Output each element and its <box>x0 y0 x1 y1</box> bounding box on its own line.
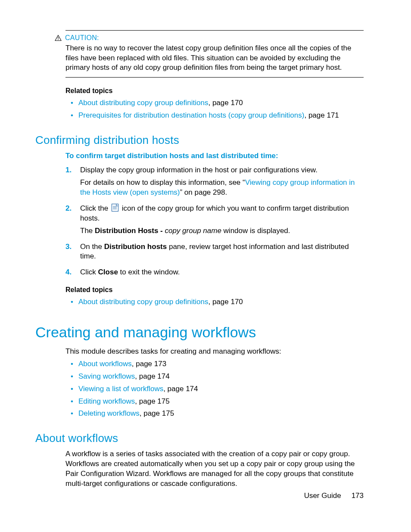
list-item: Prerequisites for distribution destinati… <box>65 111 364 121</box>
list-item: Editing workflows, page 175 <box>65 397 364 407</box>
list-item: About distributing copy group definition… <box>65 98 364 108</box>
step-text: icon of the copy group for which you wan… <box>80 204 349 222</box>
related-topics-list: About distributing copy group definition… <box>65 98 364 121</box>
step-text: For details on how to display this infor… <box>80 178 245 187</box>
link-editing-workflows[interactable]: Editing workflows <box>78 397 135 405</box>
link-about-distributing[interactable]: About distributing copy group definition… <box>78 298 208 306</box>
step-text-italic: copy group name <box>165 227 221 235</box>
step-1: Display the copy group information in th… <box>65 165 364 198</box>
list-item: About distributing copy group definition… <box>65 297 364 307</box>
caution-box: CAUTION: There is no way to recover the … <box>65 30 364 78</box>
list-item: Deleting workflows, page 175 <box>65 409 364 419</box>
heading-about-workflows: About workflows <box>35 431 364 446</box>
step-text: The <box>80 227 95 235</box>
link-deleting-workflows[interactable]: Deleting workflows <box>78 409 140 417</box>
step-text-bold: Close <box>98 268 118 276</box>
heading-creating-managing-workflows: Creating and managing workflows <box>35 323 364 342</box>
step-4: Click Close to exit the window. <box>65 268 364 277</box>
related-topics-list: About distributing copy group definition… <box>65 297 364 307</box>
step-2: Click the icon of the copy group for whi… <box>65 204 364 236</box>
document-icon <box>111 203 119 212</box>
link-about-distributing[interactable]: About distributing copy group definition… <box>78 99 208 107</box>
footer-label: User Guide <box>304 492 341 500</box>
step-text-bold: Distribution Hosts - <box>95 227 165 235</box>
link-suffix: , page 170 <box>208 298 243 306</box>
page-footer: User Guide173 <box>304 491 364 501</box>
link-suffix: , page 174 <box>163 385 198 393</box>
step-3: On the Distribution hosts pane, review t… <box>65 242 364 262</box>
step-text-bold: Distribution hosts <box>104 243 167 251</box>
link-suffix: , page 175 <box>135 397 169 405</box>
page-number: 173 <box>352 492 364 500</box>
caution-text: There is no way to recover the latest co… <box>65 44 364 73</box>
step-text: Click the <box>80 204 110 212</box>
related-topics-heading: Related topics <box>65 86 364 96</box>
procedure-subhead: To confirm target distribution hosts and… <box>65 151 364 161</box>
caution-label: CAUTION: <box>65 33 99 43</box>
section-intro: This module describes tasks for creating… <box>65 347 364 357</box>
link-suffix: , page 173 <box>132 360 166 368</box>
list-item: Saving workflows, page 174 <box>65 372 364 382</box>
link-prerequisites[interactable]: Prerequisites for distribution destinati… <box>78 111 304 119</box>
link-suffix: , page 175 <box>140 409 174 417</box>
step-text: Display the copy group information in th… <box>80 166 318 174</box>
related-topics-heading: Related topics <box>65 285 364 295</box>
step-text: to exit the window. <box>118 268 180 276</box>
svg-point-1 <box>58 39 59 40</box>
link-suffix: , page 171 <box>304 111 339 119</box>
step-text: Click <box>80 268 98 276</box>
list-item: About workflows, page 173 <box>65 359 364 369</box>
list-item: Viewing a list of workflows, page 174 <box>65 384 364 394</box>
step-text: ” on page 298. <box>180 188 227 196</box>
link-saving-workflows[interactable]: Saving workflows <box>78 372 135 380</box>
heading-confirming-distribution-hosts: Confirming distribution hosts <box>35 133 364 148</box>
workflow-topics-list: About workflows, page 173 Saving workflo… <box>65 359 364 419</box>
link-suffix: , page 174 <box>135 372 169 380</box>
paragraph: A workflow is a series of tasks associat… <box>65 449 364 489</box>
step-text: window is displayed. <box>221 227 290 235</box>
link-viewing-workflows[interactable]: Viewing a list of workflows <box>78 385 163 393</box>
caution-icon <box>55 35 62 41</box>
step-text: On the <box>80 243 104 251</box>
link-suffix: , page 170 <box>208 99 243 107</box>
link-about-workflows[interactable]: About workflows <box>78 360 132 368</box>
procedure-steps: Display the copy group information in th… <box>65 165 364 277</box>
